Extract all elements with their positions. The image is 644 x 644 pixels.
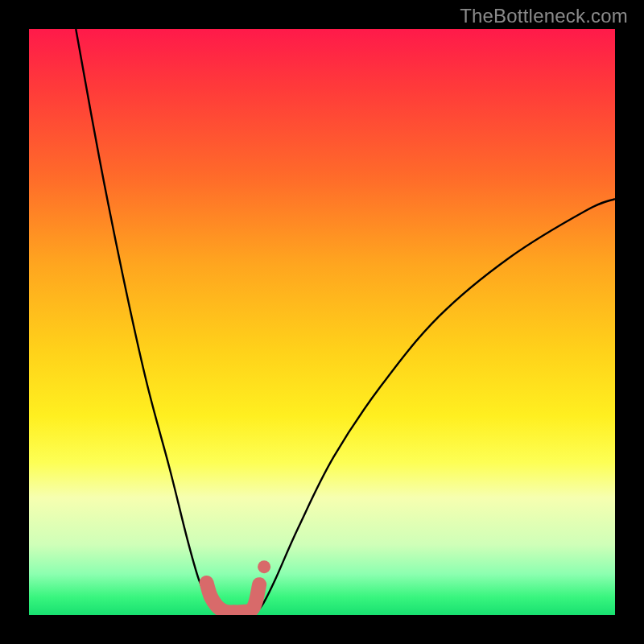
left-curve [76, 29, 219, 612]
valley-marker [207, 560, 271, 612]
valley-end-dot [258, 560, 270, 573]
chart-svg [29, 29, 615, 615]
valley-curve [207, 583, 260, 613]
right-curve [258, 199, 615, 610]
chart-frame: TheBottleneck.com [0, 0, 644, 644]
plot-area [29, 29, 615, 615]
watermark-text: TheBottleneck.com [460, 5, 628, 27]
